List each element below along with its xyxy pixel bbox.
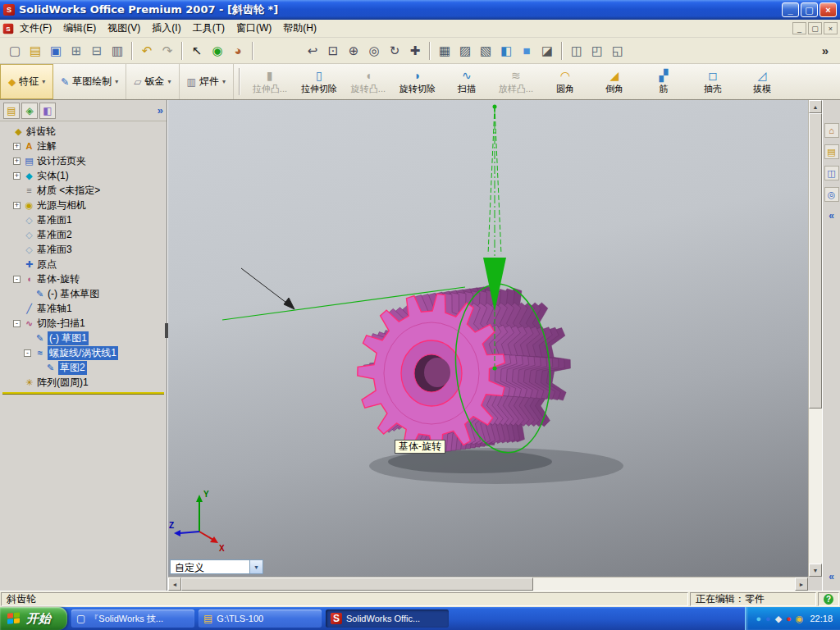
wireframe-button[interactable]: ▦: [435, 41, 454, 61]
horizontal-scroll-thumb[interactable]: [181, 578, 533, 591]
view-scale-combo[interactable]: 自定义 ▼: [170, 559, 263, 574]
tree-item[interactable]: ╱ 基准轴1: [0, 301, 167, 316]
minimize-button[interactable]: _: [782, 2, 799, 17]
rotate-view-button[interactable]: ↻: [385, 41, 404, 61]
horizontal-scrollbar[interactable]: ◄ ►: [168, 577, 808, 591]
document-menu-icon[interactable]: S: [3, 23, 14, 34]
chevron-down-icon[interactable]: ▼: [249, 560, 262, 573]
tray-icon-5[interactable]: ◉: [796, 614, 804, 623]
chamfer-button[interactable]: ◢ 倒角: [590, 64, 639, 99]
undo-button[interactable]: ↶: [137, 41, 157, 61]
open-button[interactable]: ▤: [25, 41, 45, 61]
design-library-icon[interactable]: ▤: [824, 144, 839, 159]
expand-toggle[interactable]: -: [24, 349, 31, 357]
view-previous-button[interactable]: ↩: [303, 41, 322, 61]
menu-item[interactable]: 视图(V): [102, 20, 146, 37]
start-button[interactable]: 开始: [0, 607, 67, 630]
shell-button[interactable]: ◻ 抽壳: [688, 64, 737, 99]
expand-toggle[interactable]: -: [13, 276, 21, 283]
new-button[interactable]: ▢: [5, 41, 25, 61]
tree-item[interactable]: ✎ (-) 基体草图: [0, 286, 167, 301]
task-pane-collapse-icon[interactable]: «: [829, 210, 834, 221]
tree-item[interactable]: ✎ (-) 草图1: [0, 331, 167, 345]
zoom-in-out-button[interactable]: ⊕: [344, 41, 363, 61]
toolbar-overflow-button[interactable]: »: [815, 41, 835, 61]
sweep-button[interactable]: ∿ 扫描: [442, 64, 491, 99]
tree-item[interactable]: + ▤ 设计活页夹: [0, 153, 167, 168]
tree-item[interactable]: ≡ 材质 <未指定>: [0, 183, 167, 198]
menu-item[interactable]: 帮助(H): [277, 20, 322, 37]
task-solidworks-app[interactable]: S SolidWorks Offic...: [326, 609, 449, 628]
viewport[interactable]: YXZ 基体-旋转 自定义 ▼ ▲ ▼ ◄ ►: [167, 100, 822, 591]
rib-button[interactable]: ▞ 筋: [639, 64, 688, 99]
standard-views-button[interactable]: ◰: [587, 41, 607, 61]
task-pane-collapse-bottom-icon[interactable]: «: [829, 571, 834, 582]
expand-toggle[interactable]: +: [13, 202, 21, 209]
scroll-up-button[interactable]: ▲: [809, 100, 822, 113]
search-icon[interactable]: ◎: [824, 187, 839, 202]
task-explorer-tls100[interactable]: ▤ G:\TLS-100: [199, 609, 322, 628]
zoom-area-button[interactable]: ⊡: [323, 41, 343, 61]
scroll-right-button[interactable]: ►: [795, 578, 808, 591]
maximize-button[interactable]: ▢: [801, 2, 818, 17]
make-assembly-button[interactable]: ⊟: [87, 41, 107, 61]
tab-sheet-metal[interactable]: ▱ 钣金 ▾: [126, 64, 179, 99]
feature-tree-tab-icon[interactable]: ▤: [3, 103, 20, 119]
tree-item[interactable]: - ≈ 螺旋线/涡状线1: [0, 345, 167, 360]
child-restore-button[interactable]: ▢: [808, 22, 822, 34]
task-solidworks-doc[interactable]: ▢ 『SolidWorks 技...: [71, 609, 194, 628]
loft-boss-button[interactable]: ≋ 放样凸...: [491, 64, 541, 99]
menu-item[interactable]: 编辑(E): [57, 20, 102, 37]
shadows-button[interactable]: ◪: [537, 41, 557, 61]
tray-icon-4[interactable]: ●: [786, 614, 792, 623]
hidden-lines-removed-button[interactable]: ▧: [476, 41, 495, 61]
section-view-button[interactable]: ◫: [567, 41, 587, 61]
tree-item[interactable]: + ◆ 实体(1): [0, 168, 167, 183]
shaded-with-edges-button[interactable]: ◧: [496, 41, 516, 61]
view-orientation-button[interactable]: ◱: [608, 41, 628, 61]
close-button[interactable]: ×: [819, 2, 837, 17]
menu-item[interactable]: 插入(I): [146, 20, 186, 37]
tab-features[interactable]: ◆ 特征 ▾: [0, 64, 53, 99]
scroll-down-button[interactable]: ▼: [809, 564, 822, 577]
menu-item[interactable]: 文件(F): [14, 20, 57, 37]
zoom-fit-button[interactable]: ◎: [364, 41, 384, 61]
vertical-scroll-thumb[interactable]: [809, 113, 822, 409]
tree-item[interactable]: ◇ 基准面1: [0, 212, 167, 227]
vertical-scrollbar[interactable]: ▲ ▼: [808, 100, 822, 577]
tray-icon-2[interactable]: ●: [765, 614, 771, 623]
menu-item[interactable]: 工具(T): [187, 20, 231, 37]
child-minimize-button[interactable]: _: [792, 22, 806, 34]
expand-toggle[interactable]: +: [13, 143, 21, 150]
tree-item[interactable]: ◆ 斜齿轮: [0, 124, 167, 139]
gear-model[interactable]: [358, 286, 571, 453]
make-drawing-button[interactable]: ⊞: [66, 41, 86, 61]
panel-splitter-handle[interactable]: [165, 323, 168, 338]
tree-item[interactable]: ◇ 基准面2: [0, 227, 167, 242]
menu-item[interactable]: 窗口(W): [231, 20, 277, 37]
revolve-boss-button[interactable]: ◖ 旋转凸...: [344, 64, 393, 99]
tree-item[interactable]: ✎ 草图2: [0, 360, 167, 375]
hidden-lines-visible-button[interactable]: ▨: [455, 41, 475, 61]
draft-button[interactable]: ◿ 拔模: [737, 64, 787, 99]
print-button[interactable]: ▥: [107, 41, 127, 61]
tree-item[interactable]: ✚ 原点: [0, 257, 167, 272]
expand-toggle[interactable]: -: [13, 320, 21, 327]
extrude-cut-button[interactable]: ▯ 拉伸切除: [294, 64, 344, 99]
edit-color-button[interactable]: ◕: [228, 41, 248, 61]
save-button[interactable]: ▣: [46, 41, 66, 61]
tree-item[interactable]: - ◖ 基体-旋转: [0, 272, 167, 286]
tree-item[interactable]: ◇ 基准面3: [0, 242, 167, 257]
configuration-tab-icon[interactable]: ◧: [39, 103, 56, 119]
revolve-cut-button[interactable]: ◗ 旋转切除: [393, 64, 442, 99]
expand-toggle[interactable]: +: [13, 158, 21, 165]
fillet-button[interactable]: ◠ 圆角: [541, 64, 590, 99]
rebuild-button[interactable]: ◉: [208, 41, 227, 61]
file-explorer-icon[interactable]: ◫: [824, 166, 839, 180]
tab-sketch[interactable]: ✎ 草图绘制 ▾: [53, 64, 126, 99]
extrude-boss-button[interactable]: ▮ 拉伸凸...: [245, 64, 294, 99]
3d-scene[interactable]: YXZ: [168, 100, 809, 577]
scroll-left-button[interactable]: ◄: [168, 578, 181, 591]
tree-item[interactable]: + ◉ 光源与相机: [0, 198, 167, 212]
child-close-button[interactable]: ×: [824, 22, 838, 34]
